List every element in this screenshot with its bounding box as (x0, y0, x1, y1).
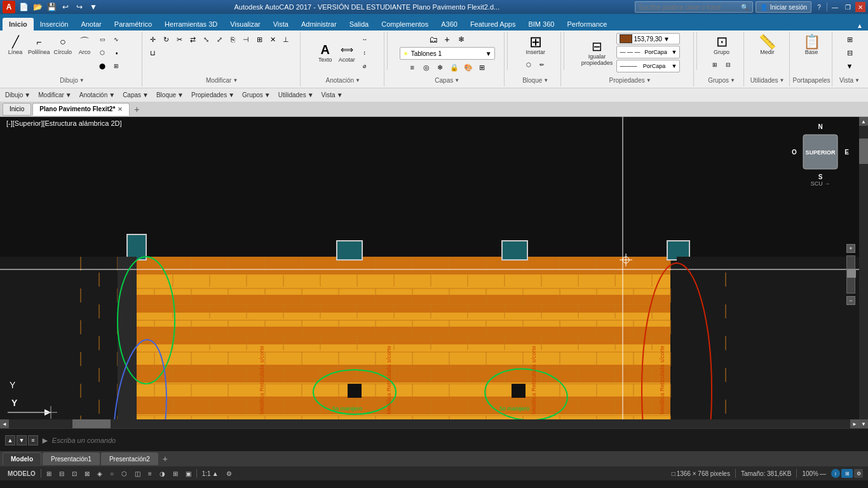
layer-lock[interactable]: 🔒 (448, 61, 461, 74)
tab-salida[interactable]: Salida (343, 18, 376, 30)
zoom-out-btn[interactable]: − (846, 296, 855, 305)
qa-redo[interactable]: ↪ (74, 1, 85, 13)
status-snap[interactable]: ⊟ (57, 470, 67, 477)
scroll-track-v[interactable] (859, 126, 868, 419)
layer-match[interactable]: ≡ (406, 61, 419, 74)
capas-dropdown[interactable]: ▼ (454, 78, 459, 83)
zoom-slider[interactable] (846, 255, 855, 294)
scroll-right-btn[interactable]: ► (850, 419, 859, 428)
tool-linea[interactable]: ╱ Línea (5, 33, 25, 57)
grupos-dropdown[interactable]: ▼ (730, 78, 735, 83)
tool-medir[interactable]: 📏 Medir (757, 33, 778, 57)
linetype1-dropdown[interactable]: — — — PorCapa ▼ (616, 46, 680, 58)
info-btn[interactable]: i (831, 469, 840, 478)
viewcube-top[interactable]: SUPERIOR (803, 135, 838, 170)
rb-anotacion[interactable]: Anotación▼ (77, 92, 118, 98)
win-restore[interactable]: ❐ (843, 2, 853, 12)
tab-presentacion1[interactable]: Presentación1 (43, 452, 100, 465)
layer-color[interactable]: 🎨 (462, 61, 475, 74)
scrollbar-bottom[interactable]: ◄ ► (0, 419, 859, 428)
bloque-editar[interactable]: ✏ (536, 58, 548, 71)
scroll-thumb-h[interactable] (72, 419, 111, 428)
layer-freeze-icon[interactable]: ❄ (455, 33, 468, 46)
modificar-dropdown[interactable]: ▼ (233, 78, 238, 83)
tab-featured[interactable]: Featured Apps (464, 18, 522, 30)
dibujo-dropdown[interactable]: ▼ (79, 78, 85, 83)
tab-parametrico[interactable]: Paramétrico (108, 18, 158, 30)
title-help[interactable]: ? (814, 2, 824, 12)
command-input[interactable] (52, 437, 863, 444)
rb-propiedades[interactable]: Propiedades▼ (189, 92, 237, 98)
ann-more-1[interactable]: ↔ (358, 33, 371, 46)
scroll-down-btn[interactable]: ▼ (859, 419, 868, 428)
mod-array[interactable]: ⊞ (253, 33, 266, 46)
utilidades-dropdown[interactable]: ▼ (780, 78, 785, 83)
bloque-dropdown[interactable]: ▼ (543, 78, 548, 83)
vista-btn-1[interactable]: ⊞ (843, 33, 856, 46)
tab-presentacion2[interactable]: Presentación2 (101, 452, 158, 465)
qa-new[interactable]: 📄 (18, 1, 29, 13)
draw-more-6[interactable]: ⊞ (110, 60, 123, 72)
settings-btn[interactable]: ⚙ (854, 469, 863, 478)
mod-mover[interactable]: ✛ (146, 33, 159, 46)
layer-props-icon[interactable]: 🗂 (427, 33, 440, 46)
linetype2-dropdown[interactable]: ——— PorCapa ▼ (616, 60, 680, 72)
qa-undo[interactable]: ↩ (60, 1, 71, 13)
rb-capas[interactable]: Capas▼ (120, 92, 151, 98)
tab-bim360[interactable]: BIM 360 (522, 18, 560, 30)
viewport-toggle-btn[interactable]: ⊞ (841, 469, 853, 478)
tool-texto[interactable]: A Texto (315, 33, 336, 72)
mod-copiar[interactable]: ⎘ (226, 33, 239, 46)
status-grid[interactable]: ⊞ (44, 470, 54, 477)
grupo-more-1[interactable]: ⊞ (709, 58, 721, 71)
scroll-thumb-v[interactable] (859, 139, 868, 164)
mod-borrar[interactable]: ✕ (266, 33, 279, 46)
layer-new-icon[interactable]: + (441, 33, 454, 46)
status-otrack[interactable]: ○ (107, 470, 116, 477)
win-minimize[interactable]: — (830, 2, 840, 12)
tab-inicio-doc[interactable]: Inicio (3, 103, 31, 116)
rb-dibujo[interactable]: Dibujo▼ (3, 92, 33, 98)
tab-herramientas[interactable]: Herramientas 3D (158, 18, 224, 30)
zoom-in-btn[interactable]: + (846, 244, 855, 253)
mod-recortar[interactable]: ✂ (173, 33, 186, 46)
mod-empatar[interactable]: ⊥ (280, 33, 292, 46)
win-close[interactable]: ✕ (855, 2, 865, 12)
qa-dropdown[interactable]: ▼ (88, 1, 99, 13)
tab-close-icon[interactable]: ✕ (118, 106, 123, 112)
new-tab-btn[interactable]: + (131, 104, 142, 115)
rb-modificar[interactable]: Modificar▼ (36, 92, 74, 98)
tab-a360[interactable]: A360 (435, 18, 464, 30)
status-polar[interactable]: ⊠ (82, 470, 92, 477)
tab-insercion[interactable]: Inserción (34, 18, 75, 30)
signin-btn[interactable]: 👤 Iniciar sesión (756, 1, 811, 13)
mod-escalar[interactable]: ⤡ (200, 33, 212, 46)
cmd-down[interactable]: ▼ (17, 435, 27, 445)
status-modelo[interactable]: MODELO (5, 470, 38, 477)
rb-utilidades[interactable]: Utilidades▼ (276, 92, 316, 98)
vista-btn-3[interactable]: ▼ (843, 60, 856, 72)
scroll-up-btn[interactable]: ▲ (859, 117, 868, 126)
ann-more-2[interactable]: ↕ (358, 46, 371, 59)
status-ducs[interactable]: ⬡ (119, 470, 130, 477)
tab-visualizar[interactable]: Visualizar (224, 18, 267, 30)
draw-more-3[interactable]: ⬤ (96, 60, 109, 72)
layer-dropdown[interactable]: ☀ Tablones 1 ▼ (400, 47, 495, 60)
tab-performance[interactable]: Performance (560, 18, 613, 30)
vista-btn-2[interactable]: ⊟ (843, 46, 856, 59)
qa-open[interactable]: 📂 (32, 1, 43, 13)
tool-insertar[interactable]: ⊞ Insertar (524, 33, 546, 57)
mod-simetria[interactable]: ⇄ (186, 33, 199, 46)
cmd-customize[interactable]: ≡ (28, 435, 38, 445)
color-selector[interactable]: 153,79,30 ▼ (616, 33, 680, 44)
status-zoom[interactable]: 100% — (799, 470, 829, 477)
rb-grupos[interactable]: Grupos▼ (240, 92, 273, 98)
tool-circulo[interactable]: ○ Círculo (53, 33, 74, 57)
scroll-left-btn[interactable]: ◄ (0, 419, 9, 428)
cmd-up[interactable]: ▲ (5, 435, 15, 445)
qa-save[interactable]: 💾 (46, 1, 57, 13)
propiedades-dropdown-btn[interactable]: ▼ (646, 78, 651, 83)
status-dyn[interactable]: ◫ (132, 470, 143, 477)
tool-arco[interactable]: ⌒ Arco (74, 33, 95, 57)
tab-inicio[interactable]: Inicio (3, 18, 34, 30)
